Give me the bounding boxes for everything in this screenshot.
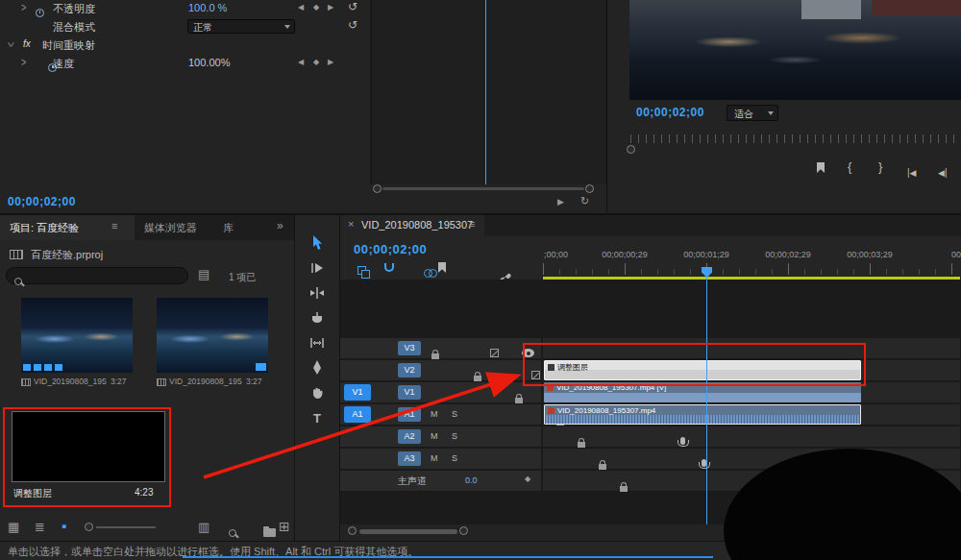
speed-expand-chevron[interactable]: > [21,57,26,68]
zoom-slider-handle[interactable] [85,523,93,531]
tab-overflow-icon[interactable]: » [277,220,283,231]
clip-thumbnail-1[interactable] [21,298,133,373]
timeline-scroll-right-handle[interactable] [459,526,468,535]
opacity-reset-icon[interactable]: ↺ [348,1,357,12]
filter-bin-icon[interactable]: ▤ [198,268,209,280]
tab-library[interactable]: 库 [223,221,234,235]
voiceover-mic-icon[interactable] [680,437,685,445]
source-patch-a1[interactable]: A1 [344,406,371,423]
ec-scrollbar[interactable] [382,187,584,190]
clip-2-name[interactable]: VID_20190808_1953.. [169,377,242,386]
list-view-icon[interactable]: ≣ [35,521,45,533]
blend-mode-dropdown[interactable]: 正常 [187,19,295,34]
find-icon[interactable] [229,529,236,537]
solo-button[interactable]: S [452,431,457,441]
speed-value[interactable]: 100.00% [188,57,230,68]
opacity-next-keyframe-icon[interactable]: ▶ [328,4,333,12]
razor-tool-button[interactable] [304,307,331,329]
speed-add-keyframe-icon[interactable]: ◆ [313,59,319,66]
new-bin-icon[interactable] [263,528,276,537]
source-patch-v1[interactable]: V1 [344,384,371,401]
clip-audio[interactable]: VID_20190808_195307.mp4 [544,404,861,425]
filmstrip-overlay-icons[interactable] [23,364,63,371]
program-time-ruler[interactable] [630,134,957,143]
mark-out-icon[interactable]: } [878,160,882,173]
clip-thumbnail-2[interactable] [157,298,268,373]
time-ruler[interactable] [543,263,960,275]
timeline-timecode[interactable]: 00;00;02;00 [354,242,427,256]
type-tool-button[interactable]: T [304,407,331,428]
opacity-add-keyframe-icon[interactable]: ◆ [313,4,319,12]
panel-menu-icon[interactable]: ≡ [111,221,117,231]
track-target-v2[interactable]: V2 [398,363,421,377]
add-marker-icon[interactable] [817,162,825,173]
ec-loop-icon[interactable]: ↻ [580,196,589,207]
ec-playhead[interactable] [485,0,486,184]
project-file-name[interactable]: 百度经验.prproj [31,248,103,262]
timeline-scroll-left-handle[interactable] [348,526,357,535]
sync-lock-icon[interactable] [490,349,499,357]
lock-icon[interactable] [599,464,606,470]
track-target-a3[interactable]: A3 [398,451,421,466]
lock-icon[interactable] [620,486,628,492]
panel-menu-icon[interactable]: ≡ [469,219,475,230]
close-icon[interactable]: × [348,219,354,230]
blend-reset-icon[interactable]: ↺ [348,19,357,31]
track-lane-a2[interactable] [543,426,960,448]
track-target-a1[interactable]: A1 [398,407,421,422]
program-timecode[interactable]: 00;00;02;00 [636,106,704,119]
new-item-icon[interactable]: ⊞ [279,520,290,533]
track-target-a2[interactable]: A2 [398,429,421,444]
lock-icon[interactable] [431,353,439,359]
lock-icon[interactable] [474,376,481,381]
lock-icon[interactable] [578,442,585,448]
icon-view-icon[interactable]: ▪ [62,519,66,533]
hand-tool-button[interactable] [304,382,331,403]
ec-play-icon[interactable]: ▶ [557,198,564,207]
nest-source-icon[interactable] [357,266,368,277]
step-back-icon[interactable]: ◀| [938,162,948,180]
pen-tool-button[interactable] [304,357,331,378]
search-input[interactable] [6,267,188,284]
ec-mini-timeline[interactable] [372,0,606,184]
zoom-slider-track[interactable] [96,526,156,528]
tab-project[interactable]: 项目: 百度经验 ≡ [0,215,135,240]
speed-next-keyframe-icon[interactable]: ▶ [328,59,333,66]
slip-tool-button[interactable] [304,332,331,353]
opacity-prev-keyframe-icon[interactable]: ◀ [298,4,304,12]
track-target-v1[interactable]: V1 [398,385,421,400]
ec-scroll-right-handle[interactable] [585,184,594,193]
opacity-stopwatch-icon[interactable] [36,9,44,17]
solo-button[interactable]: S [452,453,457,463]
mute-button[interactable]: M [431,453,438,463]
timeline-scrollbar[interactable] [359,529,457,534]
track-select-tool-button[interactable] [304,257,331,279]
go-to-in-icon[interactable]: |◀ [907,162,917,180]
linked-selection-icon[interactable] [424,269,437,278]
solo-button[interactable]: S [452,409,457,419]
program-preview-image[interactable] [629,0,961,100]
ec-scroll-left-handle[interactable] [373,184,382,193]
automate-sequence-icon[interactable]: ▥ [198,521,209,533]
playhead-line[interactable] [706,273,707,524]
tab-sequence[interactable]: × VID_20190808_195307 ≡ [340,215,484,236]
voiceover-mic-icon[interactable] [702,459,706,467]
mark-in-icon[interactable]: { [848,160,851,173]
ec-timecode[interactable]: 00;00;02;00 [8,195,76,208]
mute-button[interactable]: M [431,409,438,419]
clip-1-name[interactable]: VID_20190808_1953.. [34,377,107,386]
master-level-value[interactable]: 0.0 [465,475,478,485]
speed-prev-keyframe-icon[interactable]: ◀ [298,59,304,66]
zoom-fit-dropdown[interactable]: 适合 [727,105,778,121]
program-scrubber-handle[interactable] [627,145,635,154]
tab-media-browser[interactable]: 媒体浏览器 [144,221,197,235]
time-remap-collapse-chevron[interactable]: > [5,42,16,47]
mute-button[interactable]: M [431,431,438,441]
track-target-v3[interactable]: V3 [398,341,421,355]
master-keyframe-icon[interactable]: ◆ [525,475,530,483]
bin-view-icon[interactable]: ▦ [8,521,19,533]
lock-icon[interactable] [515,398,523,403]
selection-tool-button[interactable] [304,232,331,254]
ripple-edit-tool-button[interactable] [304,282,331,304]
opacity-value[interactable]: 100.0 % [188,2,227,13]
